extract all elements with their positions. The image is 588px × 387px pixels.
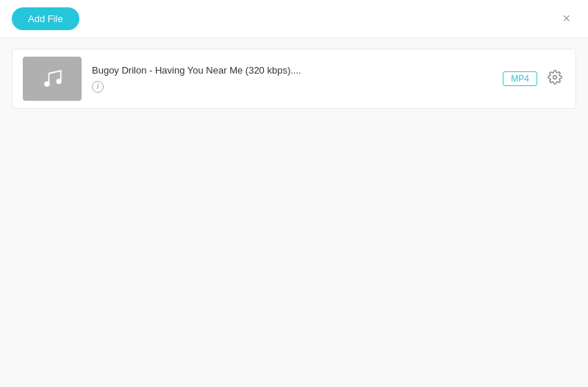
main-content: Bugoy Drilon - Having You Near Me (320 k…	[0, 38, 588, 259]
svg-point-0	[44, 82, 49, 87]
file-name: Bugoy Drilon - Having You Near Me (320 k…	[92, 65, 503, 76]
add-file-button[interactable]: Add File	[12, 7, 79, 30]
empty-area	[0, 259, 588, 387]
svg-point-2	[553, 75, 557, 79]
file-thumbnail	[23, 57, 82, 101]
close-button[interactable]: ×	[556, 8, 576, 29]
gear-icon	[548, 70, 562, 85]
file-info: Bugoy Drilon - Having You Near Me (320 k…	[92, 65, 503, 93]
info-icon[interactable]: i	[92, 81, 104, 93]
format-badge: MP4	[503, 71, 537, 86]
top-bar: Add File ×	[0, 0, 588, 38]
svg-point-1	[56, 79, 61, 84]
music-icon	[39, 65, 65, 92]
file-item: Bugoy Drilon - Having You Near Me (320 k…	[12, 49, 576, 109]
settings-button[interactable]	[545, 68, 565, 90]
file-actions: MP4	[503, 68, 565, 90]
